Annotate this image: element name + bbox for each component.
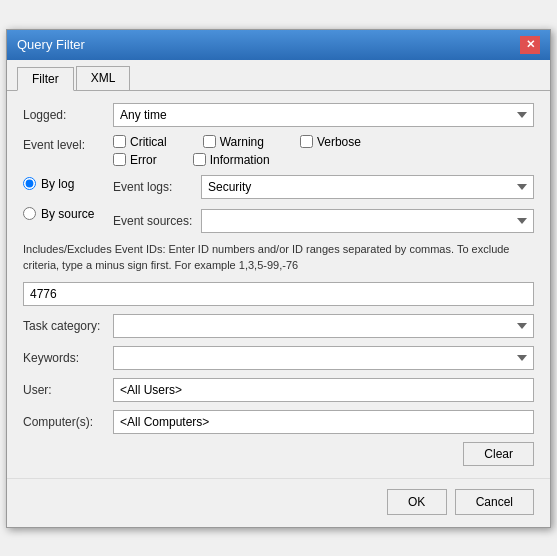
cancel-button[interactable]: Cancel <box>455 489 534 515</box>
ok-button[interactable]: OK <box>387 489 447 515</box>
by-source-radio[interactable] <box>23 207 36 220</box>
event-sources-control <box>201 209 534 233</box>
by-source-radio-label[interactable]: By source <box>23 207 113 221</box>
warning-checkbox[interactable] <box>203 135 216 148</box>
tab-xml[interactable]: XML <box>76 66 131 90</box>
keywords-control <box>113 346 534 370</box>
event-sources-dropdown[interactable] <box>201 209 534 233</box>
logged-control: Any time Last hour Last 12 hours Last 24… <box>113 103 534 127</box>
dialog-footer: OK Cancel <box>7 478 550 527</box>
title-bar: Query Filter ✕ <box>7 30 550 60</box>
event-id-row <box>23 282 534 306</box>
dialog-title: Query Filter <box>17 37 85 52</box>
radio-col: By log By source <box>23 175 113 221</box>
event-id-description: Includes/Excludes Event IDs: Enter ID nu… <box>23 241 534 274</box>
clear-row: Clear <box>23 442 534 466</box>
tab-filter[interactable]: Filter <box>17 67 74 91</box>
event-logs-row: Event logs: Security Application System <box>113 175 534 199</box>
event-logs-label: Event logs: <box>113 180 193 194</box>
critical-checkbox[interactable] <box>113 135 126 148</box>
task-category-control <box>113 314 534 338</box>
event-level-label: Event level: <box>23 135 113 152</box>
keywords-row: Keywords: <box>23 346 534 370</box>
logged-dropdown[interactable]: Any time Last hour Last 12 hours Last 24… <box>113 103 534 127</box>
computer-row: Computer(s): <box>23 410 534 434</box>
keywords-dropdown[interactable] <box>113 346 534 370</box>
event-id-input[interactable] <box>23 282 534 306</box>
log-source-fields: Event logs: Security Application System … <box>113 175 534 233</box>
critical-checkbox-label[interactable]: Critical <box>113 135 167 149</box>
task-category-dropdown[interactable] <box>113 314 534 338</box>
log-source-section: By log By source Event logs: Security Ap… <box>23 175 534 233</box>
information-checkbox[interactable] <box>193 153 206 166</box>
event-logs-dropdown[interactable]: Security Application System <box>201 175 534 199</box>
event-logs-control: Security Application System <box>201 175 534 199</box>
user-label: User: <box>23 383 113 397</box>
filter-content: Logged: Any time Last hour Last 12 hours… <box>7 91 550 478</box>
computer-label: Computer(s): <box>23 415 113 429</box>
by-log-radio[interactable] <box>23 177 36 190</box>
computer-input[interactable] <box>113 410 534 434</box>
error-checkbox[interactable] <box>113 153 126 166</box>
user-control <box>113 378 534 402</box>
logged-row: Logged: Any time Last hour Last 12 hours… <box>23 103 534 127</box>
event-level-checkboxes: Critical Warning Verbose Error <box>113 135 381 167</box>
clear-button[interactable]: Clear <box>463 442 534 466</box>
query-filter-dialog: Query Filter ✕ Filter XML Logged: Any ti… <box>6 29 551 528</box>
task-category-row: Task category: <box>23 314 534 338</box>
close-button[interactable]: ✕ <box>520 36 540 54</box>
event-sources-label: Event sources: <box>113 214 193 228</box>
computer-control <box>113 410 534 434</box>
user-row: User: <box>23 378 534 402</box>
information-checkbox-label[interactable]: Information <box>193 153 270 167</box>
event-level-row: Event level: Critical Warning Verbose <box>23 135 534 167</box>
logged-label: Logged: <box>23 108 113 122</box>
error-checkbox-label[interactable]: Error <box>113 153 157 167</box>
verbose-checkbox-label[interactable]: Verbose <box>300 135 361 149</box>
verbose-checkbox[interactable] <box>300 135 313 148</box>
warning-checkbox-label[interactable]: Warning <box>203 135 264 149</box>
tab-bar: Filter XML <box>7 60 550 91</box>
event-sources-row: Event sources: <box>113 209 534 233</box>
user-input[interactable] <box>113 378 534 402</box>
keywords-label: Keywords: <box>23 351 113 365</box>
task-category-label: Task category: <box>23 319 113 333</box>
by-log-radio-label[interactable]: By log <box>23 177 113 191</box>
